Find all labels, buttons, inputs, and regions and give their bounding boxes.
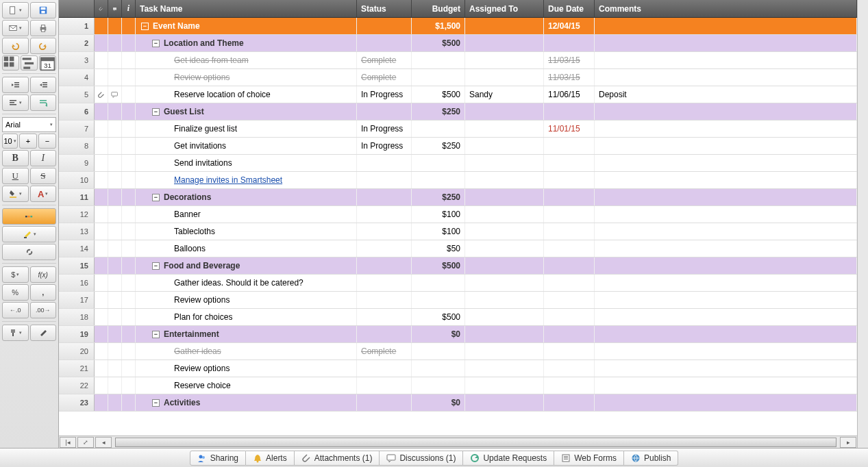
row-attachment-cell[interactable]	[95, 343, 108, 359]
status-cell[interactable]	[357, 257, 412, 274]
status-cell[interactable]	[357, 377, 412, 394]
assign-cell[interactable]	[465, 309, 544, 325]
row-info-cell[interactable]	[122, 343, 136, 359]
decrease-decimal-button[interactable]: ←.0	[2, 302, 29, 318]
row-attachment-cell[interactable]	[95, 257, 108, 274]
budget-cell[interactable]	[412, 172, 465, 188]
due-cell[interactable]	[544, 35, 595, 51]
due-cell[interactable]: 11/03/15	[544, 52, 595, 68]
row-info-cell[interactable]	[122, 138, 136, 154]
update-requests-button[interactable]: Update Requests	[463, 451, 554, 466]
task-cell[interactable]: Get invitations	[136, 138, 357, 154]
task-cell[interactable]: Review options	[136, 360, 357, 377]
comm-cell[interactable]	[595, 69, 857, 86]
grid-view-button[interactable]	[2, 55, 19, 71]
row-info-cell[interactable]	[122, 52, 136, 68]
assign-cell[interactable]	[465, 360, 544, 377]
budget-cell[interactable]: $50	[412, 240, 465, 257]
calendar-view-button[interactable]: 31	[39, 55, 56, 71]
row-info-cell[interactable]	[122, 326, 136, 342]
row-discussion-cell[interactable]	[108, 18, 122, 34]
thousands-button[interactable]: ,	[30, 284, 57, 301]
scroll-right-button[interactable]: ▸	[840, 437, 856, 448]
grid-body[interactable]: 1−Event Name$1,50012/04/152−Location and…	[59, 18, 857, 436]
row-number[interactable]: 17	[59, 292, 95, 308]
row-number[interactable]: 21	[59, 360, 95, 377]
due-cell[interactable]	[544, 292, 595, 308]
row-attachment-cell[interactable]	[95, 18, 108, 34]
row-discussion-cell[interactable]	[108, 189, 122, 205]
row-attachment-cell[interactable]	[95, 223, 108, 240]
grid-row[interactable]: 10Manage invites in Smartsheet	[59, 172, 857, 189]
task-cell[interactable]: Reserve location of choice	[136, 86, 357, 103]
row-number[interactable]: 11	[59, 189, 95, 205]
status-cell[interactable]	[357, 309, 412, 325]
grid-row[interactable]: 7Finalize guest listIn Progress11/01/15	[59, 121, 857, 138]
font-increase-button[interactable]: +	[19, 134, 37, 149]
row-info-cell[interactable]	[122, 223, 136, 240]
row-info-cell[interactable]	[122, 257, 136, 274]
row-attachment-cell[interactable]	[95, 103, 108, 120]
link-button[interactable]	[2, 244, 56, 260]
row-attachment-cell[interactable]	[95, 309, 108, 325]
status-cell[interactable]	[357, 240, 412, 257]
row-discussion-cell[interactable]	[108, 223, 122, 240]
row-attachment-cell[interactable]	[95, 69, 108, 86]
assign-cell[interactable]	[465, 326, 544, 342]
task-cell[interactable]: Manage invites in Smartsheet	[136, 172, 357, 188]
status-cell[interactable]	[357, 223, 412, 240]
budget-cell[interactable]: $250	[412, 189, 465, 205]
grid-row[interactable]: 5Reserve location of choiceIn Progress$5…	[59, 86, 857, 103]
comm-cell[interactable]	[595, 309, 857, 325]
row-discussion-cell[interactable]	[108, 292, 122, 308]
row-attachment-cell[interactable]	[95, 360, 108, 377]
comm-cell[interactable]	[595, 394, 857, 411]
task-cell[interactable]: −Food and Beverage	[136, 257, 357, 274]
formula-button[interactable]: f(x)	[30, 266, 57, 283]
comm-cell[interactable]	[595, 360, 857, 377]
row-info-cell[interactable]	[122, 103, 136, 120]
assign-cell[interactable]	[465, 275, 544, 291]
underline-button[interactable]: U	[2, 168, 29, 184]
status-column-header[interactable]: Status	[357, 0, 412, 17]
grid-row[interactable]: 4Review optionsComplete11/03/15	[59, 69, 857, 86]
undo-button[interactable]	[2, 38, 29, 54]
assign-cell[interactable]	[465, 189, 544, 205]
row-info-cell[interactable]	[122, 292, 136, 308]
due-cell[interactable]	[544, 138, 595, 154]
grid-row[interactable]: 19−Entertainment$0	[59, 326, 857, 343]
save-button[interactable]	[30, 2, 57, 18]
row-discussion-cell[interactable]	[108, 103, 122, 120]
font-size-select[interactable]: 10▾	[2, 134, 18, 149]
comm-cell[interactable]	[595, 343, 857, 359]
format-painter-button[interactable]: ▾	[2, 325, 29, 341]
row-discussion-cell[interactable]	[108, 69, 122, 86]
attachment-column-header[interactable]	[95, 0, 108, 17]
row-number-header[interactable]	[59, 0, 95, 17]
task-cell[interactable]: Gather ideas. Should it be catered?	[136, 275, 357, 291]
comm-cell[interactable]	[595, 377, 857, 394]
row-number[interactable]: 19	[59, 326, 95, 342]
grid-row[interactable]: 13Tablecloths$100	[59, 223, 857, 240]
assign-cell[interactable]	[465, 292, 544, 308]
row-discussion-cell[interactable]	[108, 309, 122, 325]
comm-cell[interactable]	[595, 189, 857, 205]
due-cell[interactable]: 12/04/15	[544, 18, 595, 34]
task-cell[interactable]: Banner	[136, 206, 357, 223]
row-attachment-cell[interactable]	[95, 206, 108, 223]
grid-row[interactable]: 16Gather ideas. Should it be catered?	[59, 275, 857, 292]
row-discussion-cell[interactable]	[108, 155, 122, 171]
assign-cell[interactable]: Sandy	[465, 86, 544, 103]
status-cell[interactable]	[357, 360, 412, 377]
comm-cell[interactable]	[595, 35, 857, 51]
budget-cell[interactable]	[412, 275, 465, 291]
assign-cell[interactable]	[465, 103, 544, 120]
percent-button[interactable]: %	[2, 284, 29, 301]
collapse-toggle[interactable]: −	[152, 262, 160, 270]
grid-row[interactable]: 14Balloons$50	[59, 240, 857, 257]
row-number[interactable]: 16	[59, 275, 95, 291]
web-forms-button[interactable]: Web Forms	[554, 451, 624, 466]
due-cell[interactable]: 11/06/15	[544, 86, 595, 103]
attachments-button[interactable]: Attachments (1)	[295, 451, 380, 466]
row-attachment-cell[interactable]	[95, 240, 108, 257]
